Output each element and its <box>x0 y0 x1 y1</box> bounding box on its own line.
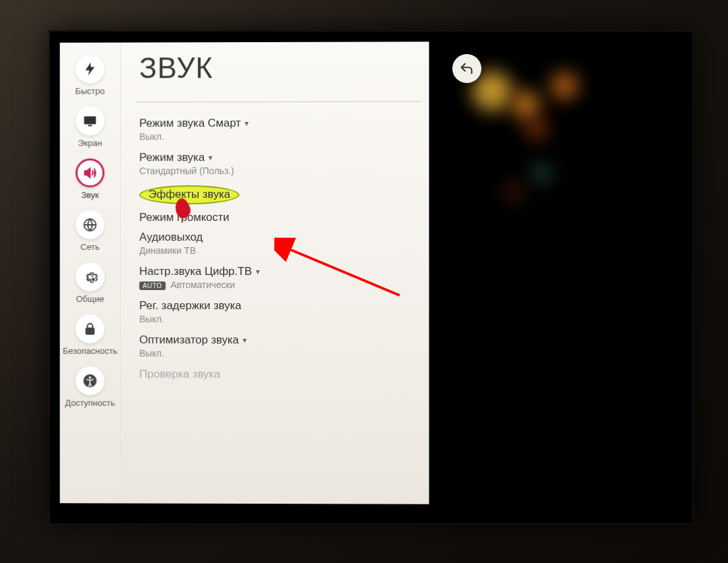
sidebar-item-network[interactable]: Сеть <box>76 210 105 252</box>
chevron-down-icon: ▾ <box>245 119 249 128</box>
menu-item-digital-tv-sound[interactable]: Настр.звука Цифр.ТВ ▾ AUTO Автоматически <box>139 265 421 290</box>
photo-background: Быстро Экран З <box>0 0 728 563</box>
lightning-icon <box>76 55 105 84</box>
sidebar-item-accessibility[interactable]: Доступность <box>65 367 115 408</box>
menu-value: Динамики ТВ <box>139 245 421 256</box>
sound-icon <box>76 158 105 187</box>
menu-value: Выкл. <box>139 131 421 142</box>
menu-item-sound-optimizer[interactable]: Оптимизатор звука ▾ Выкл. <box>139 334 421 359</box>
divider <box>135 101 421 102</box>
menu-label: Эффекты звука <box>148 188 230 201</box>
highlight-annotation: Эффекты звука <box>139 185 239 204</box>
menu-label: Оптимизатор звука <box>139 334 239 347</box>
menu-label: Аудиовыход <box>139 231 202 244</box>
menu-item-smart-sound-mode[interactable]: Режим звука Смарт ▾ Выкл. <box>139 116 421 142</box>
menu-item-sound-delay[interactable]: Рег. задержки звука Выкл. <box>139 299 421 324</box>
bokeh-light <box>512 91 539 119</box>
svg-rect-5 <box>86 328 94 334</box>
menu-value: Выкл. <box>139 314 421 324</box>
auto-badge: AUTO <box>139 282 166 290</box>
sidebar-item-label: Экран <box>78 138 102 148</box>
sidebar-item-label: Звук <box>81 190 99 200</box>
settings-sidebar: Быстро Экран З <box>60 43 121 504</box>
sidebar-item-label: Общие <box>76 294 104 304</box>
sidebar-item-label: Безопасность <box>63 346 117 356</box>
sidebar-item-security[interactable]: Безопасность <box>63 314 117 356</box>
settings-panel: Быстро Экран З <box>60 42 429 504</box>
svg-rect-2 <box>88 125 92 126</box>
chevron-down-icon: ▾ <box>243 336 247 345</box>
tv-screen: Быстро Экран З <box>49 30 694 525</box>
gear-icon <box>76 262 105 291</box>
page-title: ЗВУК <box>139 51 421 84</box>
menu-value: Автоматически <box>171 280 235 290</box>
chevron-down-icon: ▾ <box>208 153 212 162</box>
svg-point-7 <box>89 376 92 379</box>
menu-label: Режим звука Смарт <box>139 117 241 130</box>
sidebar-item-quick[interactable]: Быстро <box>75 55 105 96</box>
settings-content: ЗВУК Режим звука Смарт ▾ Выкл. Режим зву… <box>120 42 429 504</box>
lock-icon <box>76 314 105 343</box>
menu-label: Проверка звука <box>139 368 220 381</box>
menu-item-sound-mode[interactable]: Режим звука ▾ Стандартный (Польз.) <box>139 151 421 177</box>
back-arrow-icon <box>460 61 474 76</box>
menu-label: Рег. задержки звука <box>139 299 241 312</box>
menu-item-audio-output[interactable]: Аудиовыход Динамики ТВ <box>139 231 421 256</box>
menu-value: Выкл. <box>139 348 421 359</box>
bokeh-light <box>505 183 522 200</box>
screen-icon <box>76 106 105 135</box>
sidebar-item-label: Доступность <box>65 398 115 408</box>
menu-label: Настр.звука Цифр.ТВ <box>139 265 252 278</box>
sidebar-item-sound[interactable]: Звук <box>76 158 105 200</box>
globe-icon <box>76 210 105 239</box>
svg-rect-1 <box>84 116 96 124</box>
sidebar-item-screen[interactable]: Экран <box>76 106 105 148</box>
sidebar-item-general[interactable]: Общие <box>76 262 105 304</box>
accessibility-icon <box>76 367 105 396</box>
bokeh-light <box>525 117 548 140</box>
menu-value: Стандартный (Польз.) <box>139 165 421 177</box>
sidebar-item-label: Сеть <box>80 242 100 252</box>
back-button[interactable] <box>452 54 481 83</box>
bokeh-light <box>531 163 551 183</box>
bokeh-light <box>551 73 578 99</box>
svg-point-4 <box>92 278 96 282</box>
sidebar-item-label: Быстро <box>75 86 105 96</box>
chevron-down-icon: ▾ <box>256 267 260 276</box>
menu-label: Режим звука <box>139 151 204 164</box>
menu-item-sound-test[interactable]: Проверка звука <box>139 368 421 382</box>
